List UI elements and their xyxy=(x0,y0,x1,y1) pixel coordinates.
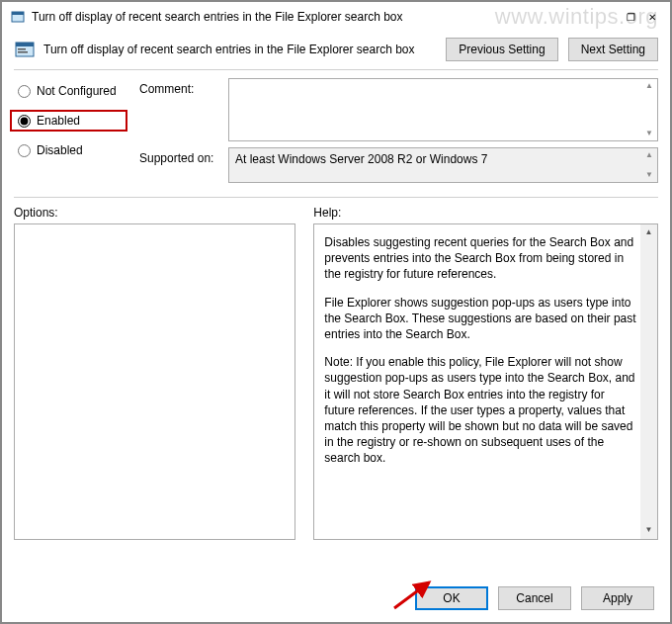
radio-not-configured[interactable]: Not Configured xyxy=(14,82,127,100)
header-row: Turn off display of recent search entrie… xyxy=(6,28,666,61)
radio-not-configured-input[interactable] xyxy=(18,85,31,98)
options-panel xyxy=(14,223,295,540)
dialog-window: Turn off display of recent search entrie… xyxy=(6,6,666,618)
supported-on-text: At least Windows Server 2008 R2 or Windo… xyxy=(229,148,657,170)
apply-button[interactable]: Apply xyxy=(581,586,654,610)
help-scrollbar[interactable]: ▲▼ xyxy=(640,224,657,539)
radio-enabled[interactable]: Enabled xyxy=(10,110,127,132)
comment-label: Comment: xyxy=(139,78,218,96)
radio-not-configured-label: Not Configured xyxy=(37,84,117,98)
restore-icon[interactable]: ❐ xyxy=(621,9,640,25)
supported-on-box: At least Windows Server 2008 R2 or Windo… xyxy=(228,147,658,183)
options-label: Options: xyxy=(14,206,295,220)
radio-disabled[interactable]: Disabled xyxy=(14,141,127,159)
cancel-button[interactable]: Cancel xyxy=(498,586,571,610)
help-label: Help: xyxy=(313,206,658,220)
svg-rect-3 xyxy=(16,43,34,46)
dialog-footer: OK Cancel Apply xyxy=(415,586,654,610)
radio-disabled-input[interactable] xyxy=(18,144,31,157)
radio-enabled-label: Enabled xyxy=(37,114,80,128)
svg-rect-5 xyxy=(18,51,28,53)
radio-enabled-input[interactable] xyxy=(18,115,31,128)
comment-scroll[interactable]: ▲▼ xyxy=(641,79,657,140)
radio-disabled-label: Disabled xyxy=(37,143,83,157)
svg-rect-1 xyxy=(12,12,24,15)
help-panel: Disables suggesting recent queries for t… xyxy=(313,223,658,540)
comment-textarea[interactable]: ▲▼ xyxy=(228,78,658,141)
previous-setting-button[interactable]: Previous Setting xyxy=(446,38,557,61)
help-paragraph-1: Disables suggesting recent queries for t… xyxy=(324,234,637,283)
policy-icon xyxy=(10,9,26,25)
supported-label: Supported on: xyxy=(139,147,218,165)
policy-icon-large xyxy=(14,39,36,60)
state-radio-group: Not Configured Enabled Disabled xyxy=(14,78,127,189)
window-title: Turn off display of recent search entrie… xyxy=(32,10,619,24)
supported-scroll[interactable]: ▲▼ xyxy=(641,148,657,182)
next-setting-button[interactable]: Next Setting xyxy=(568,38,658,61)
close-icon[interactable]: ✕ xyxy=(642,9,662,25)
ok-button[interactable]: OK xyxy=(415,586,488,610)
help-paragraph-3: Note: If you enable this policy, File Ex… xyxy=(324,354,637,466)
titlebar: Turn off display of recent search entrie… xyxy=(6,6,666,28)
header-title: Turn off display of recent search entrie… xyxy=(43,43,438,56)
svg-rect-4 xyxy=(18,48,26,50)
help-paragraph-2: File Explorer shows suggestion pop-ups a… xyxy=(324,295,637,343)
